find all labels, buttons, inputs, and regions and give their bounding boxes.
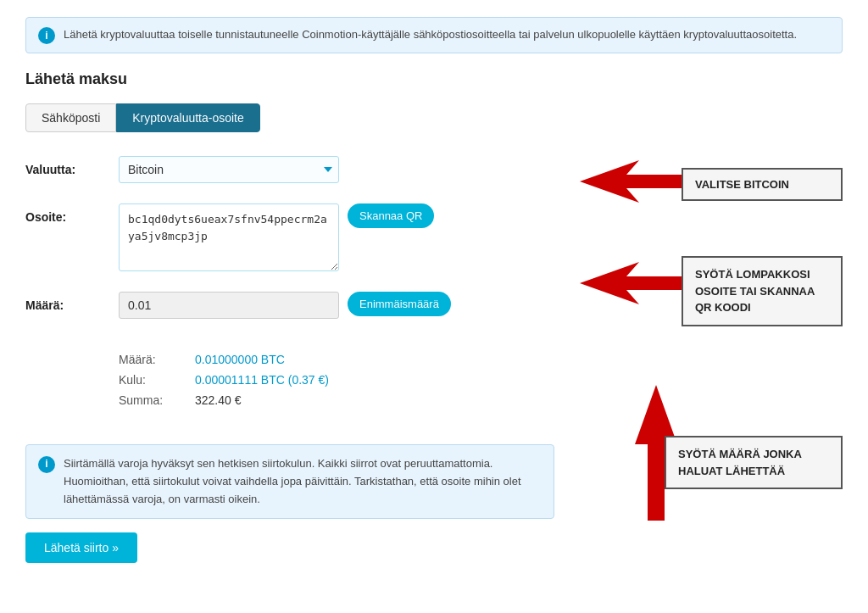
page-wrapper: Valuutta: Bitcoin Ethereum Litecoin Osoi… [25,156,843,563]
info-icon: i [38,27,55,44]
max-amount-button[interactable]: Enimmäismäärä [348,292,451,316]
osoite-label: Osoite: [25,203,119,224]
maara-controls: Enimmäismäärä [119,292,554,319]
callout-bitcoin: VALITSE BITCOIN [682,168,843,201]
tab-row: Sähköposti Kryptovaluutta-osoite [25,103,843,132]
bottom-info-icon: i [38,456,55,473]
osoite-row: Osoite: bc1qd0dyts6ueax7sfnv54ppecrm2aya… [25,203,554,271]
address-input[interactable]: bc1qd0dyts6ueax7sfnv54ppecrm2aya5jv8mcp3… [119,203,339,271]
maara-label: Määrä: [25,292,119,312]
currency-select-wrapper: Bitcoin Ethereum Litecoin [119,156,339,183]
currency-select[interactable]: Bitcoin Ethereum Litecoin [119,156,339,183]
section-title: Lähetä maksu [25,70,843,88]
summary-kulu-label: Kulu: [119,373,178,387]
info-banner-text: Lähetä kryptovaluuttaa toiselle tunnista… [64,26,797,43]
summary-maara-value: 0.01000000 BTC [195,353,285,366]
summary-kulu-row: Kulu: 0.00001111 BTC (0.37 €) [119,373,554,387]
callout-maara: SYÖTÄ MÄÄRÄ JONKA HALUAT LÄHETTÄÄ [665,436,843,489]
left-section: Valuutta: Bitcoin Ethereum Litecoin Osoi… [25,156,554,563]
summary-area: Määrä: 0.01000000 BTC Kulu: 0.00001111 B… [119,339,554,427]
right-section: VALITSE BITCOIN SYÖTÄ LOMPAKKOSI OSOITE … [571,156,843,563]
top-info-banner: i Lähetä kryptovaluuttaa toiselle tunnis… [25,17,843,53]
summary-summa-label: Summa: [119,393,178,407]
tab-crypto[interactable]: Kryptovaluutta-osoite [116,103,260,132]
valuutta-label: Valuutta: [25,156,119,176]
submit-transfer-button[interactable]: Lähetä siirto » [25,532,137,563]
amount-input[interactable] [119,292,339,319]
arrows-svg [571,156,843,580]
valuutta-controls: Bitcoin Ethereum Litecoin [119,156,554,183]
summary-kulu-value: 0.00001111 BTC (0.37 €) [195,373,329,387]
summary-maara-label: Määrä: [119,353,178,366]
summary-summa-value: 322.40 € [195,393,242,407]
osoite-controls: bc1qd0dyts6ueax7sfnv54ppecrm2aya5jv8mcp3… [119,203,554,271]
bottom-info-text: Siirtämällä varoja hyväksyt sen hetkisen… [64,455,542,508]
maara-row: Määrä: Enimmäismäärä [25,292,554,319]
tab-email[interactable]: Sähköposti [25,103,116,132]
summary-summa-row: Summa: 322.40 € [119,393,554,407]
scan-qr-button[interactable]: Skannaa QR [348,203,434,228]
summary-maara-row: Määrä: 0.01000000 BTC [119,353,554,366]
form-area: Valuutta: Bitcoin Ethereum Litecoin Osoi… [25,156,554,319]
valuutta-row: Valuutta: Bitcoin Ethereum Litecoin [25,156,554,183]
bottom-info-banner: i Siirtämällä varoja hyväksyt sen hetkis… [25,444,554,519]
callout-address: SYÖTÄ LOMPAKKOSI OSOITE TAI SKANNAA QR K… [682,256,843,326]
